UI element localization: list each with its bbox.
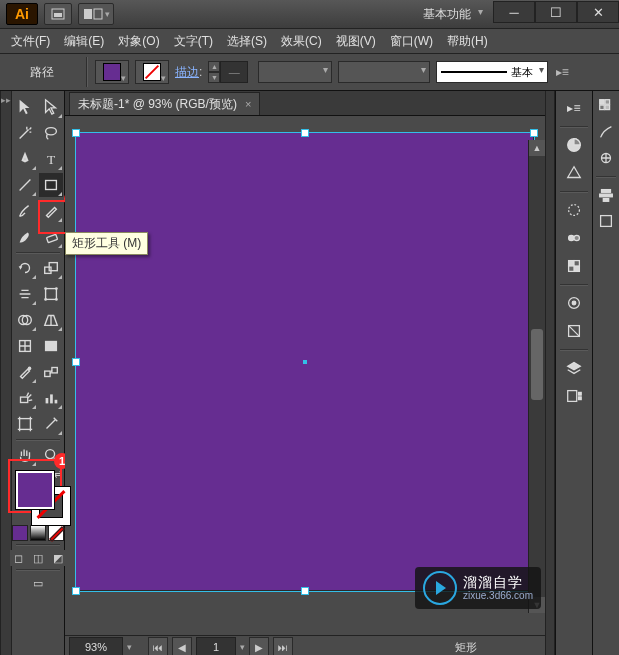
- stroke-color-button[interactable]: [135, 60, 169, 84]
- paintbrush-tool[interactable]: [13, 199, 37, 223]
- brush-stroke-dropdown[interactable]: 基本: [436, 61, 548, 83]
- pen-tool[interactable]: [13, 147, 37, 171]
- fill-stroke-control[interactable]: ⇄: [12, 467, 64, 523]
- scroll-thumb[interactable]: [531, 329, 543, 400]
- draw-normal-button[interactable]: ◻: [10, 550, 26, 566]
- zoom-dropdown-icon[interactable]: ▾: [127, 642, 132, 652]
- fill-color-button[interactable]: [95, 60, 129, 84]
- menu-edit[interactable]: 编辑(E): [57, 31, 111, 52]
- menu-effect[interactable]: 效果(C): [274, 31, 329, 52]
- menu-select[interactable]: 选择(S): [220, 31, 274, 52]
- none-swatch[interactable]: [48, 525, 64, 541]
- zoom-field[interactable]: 93%: [69, 637, 123, 655]
- prev-artboard-button[interactable]: ◀: [172, 637, 192, 655]
- scroll-up-button[interactable]: ▲: [529, 140, 545, 156]
- swap-fill-stroke-icon[interactable]: ⇄: [54, 469, 62, 480]
- mesh-tool[interactable]: [13, 334, 37, 358]
- purple-rectangle-shape[interactable]: [75, 132, 533, 590]
- column-graph-tool[interactable]: [39, 386, 63, 410]
- magic-wand-tool[interactable]: [13, 121, 37, 145]
- symbols-panel-icon[interactable]: [595, 147, 617, 169]
- scale-tool[interactable]: [39, 256, 63, 280]
- workspace-switcher[interactable]: 基本功能: [417, 4, 485, 25]
- vertical-scrollbar[interactable]: ▲ ▼: [528, 140, 545, 613]
- transform-panel-icon[interactable]: [595, 210, 617, 232]
- stroke-weight-stepper[interactable]: ▲▼: [208, 61, 220, 83]
- width-tool[interactable]: [13, 282, 37, 306]
- menu-type[interactable]: 文字(T): [167, 31, 220, 52]
- appearance-panel-icon[interactable]: [560, 290, 588, 316]
- brush-def-dropdown[interactable]: [338, 61, 430, 83]
- perspective-grid-tool[interactable]: [39, 308, 63, 332]
- window-minimize-button[interactable]: ─: [493, 1, 535, 23]
- color-guide-panel-icon[interactable]: [560, 160, 588, 186]
- toolbox-collapse-gutter[interactable]: ▸▸: [0, 91, 12, 655]
- zoom-tool[interactable]: [39, 443, 63, 467]
- gradient-tool[interactable]: [39, 334, 63, 358]
- gradient-swatch[interactable]: [30, 525, 46, 541]
- menu-window[interactable]: 窗口(W): [383, 31, 440, 52]
- align-panel-icon[interactable]: [595, 184, 617, 206]
- graphic-styles-panel-icon[interactable]: [560, 318, 588, 344]
- layers-panel-icon[interactable]: [560, 355, 588, 381]
- blend-tool[interactable]: [39, 360, 63, 384]
- menu-view[interactable]: 视图(V): [329, 31, 383, 52]
- pencil-tool[interactable]: [39, 199, 63, 223]
- svg-point-30: [46, 450, 55, 459]
- bridge-button[interactable]: [44, 3, 72, 25]
- artboards-panel-icon[interactable]: [560, 383, 588, 409]
- brush-label: 基本: [511, 65, 533, 80]
- lasso-tool[interactable]: [39, 121, 63, 145]
- transparency-panel-icon[interactable]: [560, 253, 588, 279]
- slice-tool[interactable]: [39, 412, 63, 436]
- canvas[interactable]: 矩形工具 (M) ▲ ▼ 溜溜自学 zixue.3d66.com: [65, 116, 545, 635]
- svg-rect-1: [54, 13, 62, 17]
- artboard-tool[interactable]: [13, 412, 37, 436]
- arrange-docs-button[interactable]: ▾: [78, 3, 114, 25]
- var-width-profile-dropdown[interactable]: [258, 61, 332, 83]
- selection-tool[interactable]: [13, 95, 37, 119]
- stroke-weight-value[interactable]: —: [220, 61, 248, 83]
- screen-mode-button[interactable]: ▭: [30, 575, 46, 591]
- rectangle-tool[interactable]: [39, 173, 63, 197]
- color-panel-icon[interactable]: [560, 132, 588, 158]
- menu-object[interactable]: 对象(O): [111, 31, 166, 52]
- window-close-button[interactable]: ✕: [577, 1, 619, 23]
- stroke-label[interactable]: 描边:: [175, 64, 202, 81]
- hand-tool[interactable]: [13, 443, 37, 467]
- stroke-panel-icon[interactable]: [560, 197, 588, 223]
- menu-help[interactable]: 帮助(H): [440, 31, 495, 52]
- svg-rect-54: [601, 216, 612, 227]
- draw-inside-button[interactable]: ◩: [50, 550, 66, 566]
- symbol-sprayer-tool[interactable]: [13, 386, 37, 410]
- window-maximize-button[interactable]: ☐: [535, 1, 577, 23]
- fill-swatch[interactable]: [16, 471, 54, 509]
- last-color-swatch[interactable]: [12, 525, 28, 541]
- type-tool[interactable]: T: [39, 147, 63, 171]
- control-menu-button[interactable]: ▸≡: [554, 62, 570, 82]
- swatches-panel-icon[interactable]: [595, 95, 617, 117]
- document-tab[interactable]: 未标题-1* @ 93% (RGB/预览) ×: [69, 92, 260, 115]
- direct-selection-tool[interactable]: [39, 95, 63, 119]
- menu-file[interactable]: 文件(F): [4, 31, 57, 52]
- artboard-dropdown-icon[interactable]: ▾: [240, 642, 245, 652]
- draw-behind-button[interactable]: ◫: [30, 550, 46, 566]
- brushes-panel-icon[interactable]: [595, 121, 617, 143]
- next-artboard-button[interactable]: ▶: [249, 637, 269, 655]
- line-segment-tool[interactable]: [13, 173, 37, 197]
- stroke-link[interactable]: 描边: [175, 65, 199, 79]
- eraser-tool[interactable]: [39, 225, 63, 249]
- panel-menu-button[interactable]: ▸≡: [560, 95, 588, 121]
- gradient-panel-icon[interactable]: [560, 225, 588, 251]
- artboard-number-field[interactable]: 1: [196, 637, 236, 655]
- free-transform-tool[interactable]: [39, 282, 63, 306]
- first-artboard-button[interactable]: ⏮: [148, 637, 168, 655]
- rotate-tool[interactable]: [13, 256, 37, 280]
- stroke-weight-field[interactable]: ▲▼ —: [208, 61, 252, 83]
- blob-brush-tool[interactable]: [13, 225, 37, 249]
- right-collapse-gutter[interactable]: [545, 91, 555, 655]
- eyedropper-tool[interactable]: [13, 360, 37, 384]
- shape-builder-tool[interactable]: [13, 308, 37, 332]
- last-artboard-button[interactable]: ⏭: [273, 637, 293, 655]
- close-tab-icon[interactable]: ×: [245, 98, 251, 110]
